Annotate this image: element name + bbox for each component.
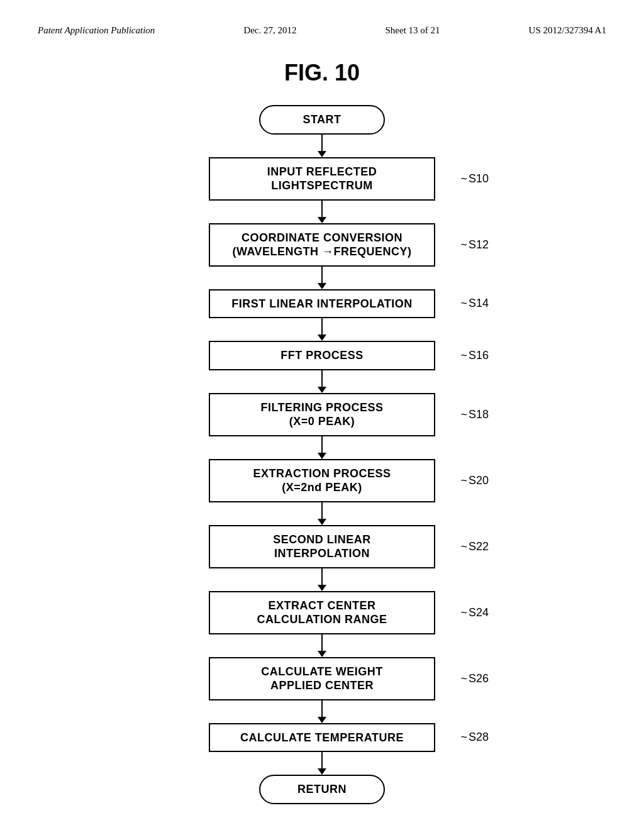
- step-s20-box: EXTRACTION PROCESS(X=2nd PEAK): [209, 459, 435, 502]
- header-sheet: Sheet 13 of 21: [386, 25, 440, 36]
- step-s24-wrapper: EXTRACT CENTERCALCULATION RANGE S24: [209, 591, 435, 634]
- step-s20-label: S20: [460, 474, 489, 487]
- arrow-6: [318, 436, 326, 459]
- step-s20-wrapper: EXTRACTION PROCESS(X=2nd PEAK) S20: [209, 459, 435, 502]
- step-s28-label: S28: [460, 731, 489, 744]
- step-s18-wrapper: FILTERING PROCESS(X=0 PEAK) S18: [209, 393, 435, 436]
- step-s22-wrapper: SECOND LINEARINTERPOLATION S22: [209, 525, 435, 568]
- step-s16-box: FFT PROCESS: [209, 341, 435, 370]
- step-s24-box: EXTRACT CENTERCALCULATION RANGE: [209, 591, 435, 634]
- end-box: RETURN: [259, 775, 385, 804]
- arrow-5: [318, 370, 326, 393]
- page-header: Patent Application Publication Dec. 27, …: [38, 25, 606, 41]
- header-publication-label: Patent Application Publication: [38, 25, 155, 36]
- step-s12-wrapper: COORDINATE CONVERSION(WAVELENGTH →FREQUE…: [209, 223, 435, 267]
- step-s14-wrapper: FIRST LINEAR INTERPOLATION S14: [209, 289, 435, 319]
- step-s18-label: S18: [460, 408, 489, 421]
- arrow-10: [318, 700, 326, 723]
- arrow-8: [318, 568, 326, 591]
- step-s18-box: FILTERING PROCESS(X=0 PEAK): [209, 393, 435, 436]
- end-node: RETURN: [259, 775, 385, 804]
- header-patent: US 2012/327394 A1: [529, 25, 606, 36]
- step-s22-label: S22: [460, 540, 489, 553]
- arrow-7: [318, 502, 326, 525]
- figure-title: FIG. 10: [38, 60, 606, 86]
- step-s16-wrapper: FFT PROCESS S16: [209, 341, 435, 370]
- step-s26-box: CALCULATE WEIGHTAPPLIED CENTER: [209, 657, 435, 700]
- step-s22-box: SECOND LINEARINTERPOLATION: [209, 525, 435, 568]
- step-s10-box: INPUT REFLECTEDLIGHTSPECTRUM: [209, 157, 435, 201]
- step-s26-wrapper: CALCULATE WEIGHTAPPLIED CENTER S26: [209, 657, 435, 700]
- arrow-1: [318, 135, 326, 157]
- step-s12-box: COORDINATE CONVERSION(WAVELENGTH →FREQUE…: [209, 223, 435, 267]
- step-s28-wrapper: CALCULATE TEMPERATURE S28: [209, 723, 435, 753]
- step-s14-box: FIRST LINEAR INTERPOLATION: [209, 289, 435, 319]
- step-s14-label: S14: [460, 297, 489, 310]
- header-date: Dec. 27, 2012: [243, 25, 296, 36]
- arrow-4: [318, 318, 326, 341]
- arrow-2: [318, 201, 326, 223]
- start-box: START: [259, 105, 385, 135]
- step-s26-label: S26: [460, 672, 489, 685]
- step-s12-label: S12: [460, 238, 489, 252]
- step-s10-label: S10: [460, 172, 489, 185]
- page: Patent Application Publication Dec. 27, …: [0, 0, 644, 830]
- step-s28-box: CALCULATE TEMPERATURE: [209, 723, 435, 753]
- step-s24-label: S24: [460, 606, 489, 619]
- arrow-11: [318, 752, 326, 775]
- step-s16-label: S16: [460, 349, 489, 362]
- step-s10-wrapper: INPUT REFLECTEDLIGHTSPECTRUM S10: [209, 157, 435, 201]
- start-node: START: [259, 105, 385, 135]
- arrow-9: [318, 634, 326, 657]
- arrow-3: [318, 267, 326, 289]
- flowchart: START INPUT REFLECTEDLIGHTSPECTRUM S10 C…: [38, 105, 606, 804]
